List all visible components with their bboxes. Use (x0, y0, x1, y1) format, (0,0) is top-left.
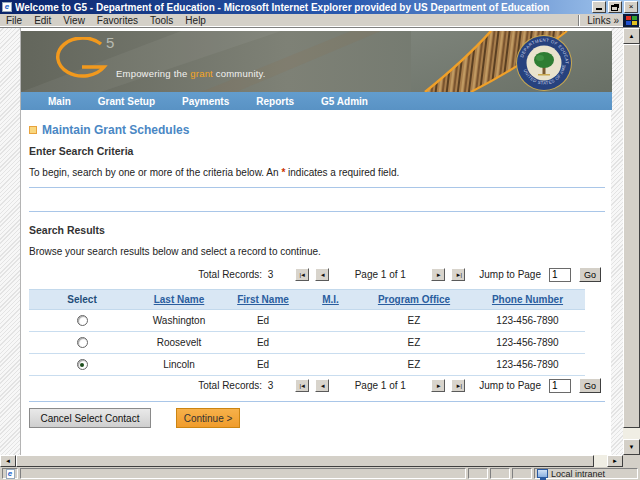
minimize-button[interactable] (592, 1, 606, 13)
page-status: Page 1 of 1 (345, 380, 415, 391)
scroll-right-button[interactable]: ► (607, 455, 623, 467)
status-pane (468, 468, 488, 479)
col-mi[interactable]: M.I. (322, 294, 339, 305)
close-icon: × (629, 3, 634, 11)
g5-banner: DEPARTMENT OF EDUCATION UNITED STATES OF… (21, 31, 612, 92)
prev-page-button[interactable]: ◄ (315, 268, 329, 281)
local-intranet-icon (537, 469, 548, 478)
tagline-highlight: grant (190, 68, 213, 79)
ie-throbber-icon (623, 14, 639, 27)
cell-phone-number: 123-456-7890 (470, 332, 585, 354)
ed-seal: DEPARTMENT OF EDUCATION UNITED STATES OF… (516, 35, 572, 91)
menu-tools[interactable]: Tools (144, 15, 179, 26)
vertical-scrollbar[interactable]: ▲ ▼ (623, 28, 640, 455)
restore-icon (611, 5, 618, 11)
next-page-button[interactable]: ► (431, 268, 445, 281)
first-page-button[interactable]: |◄ (295, 268, 309, 281)
prev-page-icon: ◄ (320, 272, 325, 278)
search-results-title: Search Results (29, 224, 611, 235)
close-button[interactable]: × (624, 1, 638, 13)
menu-view[interactable]: View (57, 15, 91, 26)
menu-favorites[interactable]: Favorites (91, 15, 144, 26)
window-title: Welcome to G5 - Department of Education … (15, 2, 592, 13)
security-zone-pane: Local intranet (534, 468, 638, 479)
col-phone-number[interactable]: Phone Number (492, 294, 563, 305)
scroll-left-button[interactable]: ◄ (0, 455, 16, 467)
scroll-right-icon: ► (612, 458, 618, 464)
horizontal-scrollbar[interactable]: ◄ ► (0, 455, 623, 467)
total-records: Total Records: 3 (198, 380, 273, 391)
cancel-select-contact-button[interactable]: Cancel Select Contact (29, 408, 151, 428)
scroll-down-button[interactable]: ▼ (623, 439, 640, 455)
nav-payments[interactable]: Payments (182, 96, 229, 107)
cell-phone-number: 123-456-7890 (470, 310, 585, 332)
ie-page-icon: e (2, 2, 12, 12)
cell-last-name: Roosevelt (135, 332, 223, 354)
g5-logo-5: 5 (106, 34, 114, 51)
horizontal-scroll-thumb[interactable] (16, 455, 594, 467)
page-status: Page 1 of 1 (345, 269, 415, 280)
table-row: Washington Ed EZ 123-456-7890 (29, 310, 585, 332)
scroll-down-icon: ▼ (629, 444, 635, 450)
banner-tagline: Empowering the grant community. (116, 68, 266, 79)
col-first-name[interactable]: First Name (237, 294, 289, 305)
menu-edit[interactable]: Edit (28, 15, 57, 26)
status-message-pane (20, 468, 466, 479)
last-page-button[interactable]: ►| (451, 379, 465, 392)
next-page-icon: ► (436, 272, 441, 278)
cell-last-name: Washington (135, 310, 223, 332)
scroll-up-button[interactable]: ▲ (623, 28, 640, 44)
divider (29, 211, 605, 212)
menu-file[interactable]: File (0, 15, 28, 26)
select-radio-washington[interactable] (77, 315, 88, 326)
links-separator (578, 15, 580, 26)
first-page-icon: |◄ (300, 383, 306, 389)
first-page-button[interactable]: |◄ (295, 379, 309, 392)
menu-help[interactable]: Help (179, 15, 212, 26)
jump-to-page-input[interactable] (549, 379, 571, 393)
total-records-value: 3 (268, 380, 274, 391)
jump-to-page-label: Jump to Page (479, 380, 541, 391)
table-row: Roosevelt Ed EZ 123-456-7890 (29, 332, 585, 354)
vertical-scroll-thumb[interactable] (623, 44, 640, 428)
pagination-top: Total Records: 3 |◄ ◄ Page 1 of 1 ► ►| J… (21, 266, 601, 283)
go-button[interactable]: Go (579, 267, 601, 282)
search-criteria-title: Enter Search Criteria (29, 145, 611, 156)
prev-page-button[interactable]: ◄ (315, 379, 329, 392)
jump-to-page-input[interactable] (549, 268, 571, 282)
table-row: Lincoln Ed EZ 123-456-7890 (29, 354, 585, 376)
page-title: Maintain Grant Schedules (42, 123, 189, 137)
total-records: Total Records: 3 (198, 269, 273, 280)
go-button[interactable]: Go (579, 378, 601, 393)
last-page-button[interactable]: ►| (451, 268, 465, 281)
nav-grant-setup[interactable]: Grant Setup (98, 96, 155, 107)
search-criteria-instructions: To begin, search by one or more of the c… (29, 167, 611, 178)
nav-g5-admin[interactable]: G5 Admin (321, 96, 368, 107)
search-results-instructions: Browse your search results below and sel… (29, 246, 611, 257)
nav-reports[interactable]: Reports (256, 96, 294, 107)
next-page-button[interactable]: ► (431, 379, 445, 392)
cell-first-name: Ed (223, 310, 303, 332)
cell-mi (303, 332, 358, 354)
links-toolbar[interactable]: Links » (584, 15, 622, 26)
nav-main[interactable]: Main (48, 96, 71, 107)
scrollbar-corner (623, 455, 640, 467)
cell-program-office: EZ (358, 310, 470, 332)
search-results-table: Select Last Name First Name M.I. Program… (29, 289, 585, 376)
status-bar: e Local intranet (0, 467, 640, 480)
select-radio-lincoln[interactable] (77, 359, 88, 370)
col-last-name[interactable]: Last Name (154, 294, 205, 305)
col-select: Select (29, 290, 135, 310)
table-header-row: Select Last Name First Name M.I. Program… (29, 290, 585, 310)
total-records-label: Total Records: (198, 380, 262, 391)
continue-button[interactable]: Continue > (176, 408, 240, 428)
restore-button[interactable] (608, 1, 622, 13)
cell-mi (303, 310, 358, 332)
criteria-text-prefix: To begin, search by one or more of the c… (29, 167, 281, 178)
cell-program-office: EZ (358, 332, 470, 354)
minimize-icon (596, 5, 602, 10)
tagline-suffix: community. (213, 68, 266, 79)
page-left-margin (0, 28, 20, 455)
select-radio-roosevelt[interactable] (77, 337, 88, 348)
col-program-office[interactable]: Program Office (378, 294, 450, 305)
